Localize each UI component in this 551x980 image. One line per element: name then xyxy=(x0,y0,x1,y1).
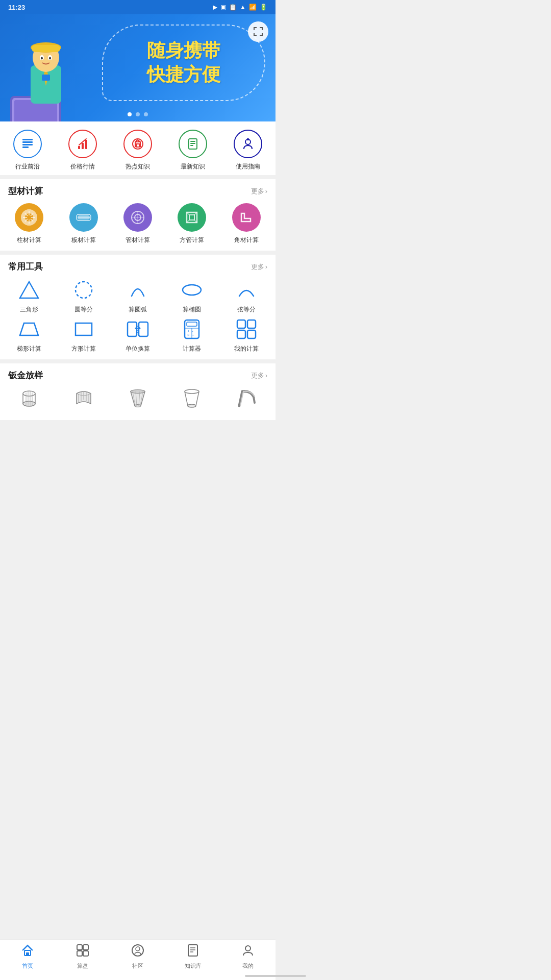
svg-rect-25 xyxy=(78,146,80,149)
dot-1 xyxy=(128,112,132,116)
column-icon xyxy=(15,203,43,232)
tool-triangle[interactable]: 三角形 xyxy=(4,279,54,314)
price-icon xyxy=(68,130,97,158)
sheet-metal-pipe3[interactable] xyxy=(113,387,163,410)
grid-item-angle[interactable]: 角材计算 xyxy=(221,203,271,244)
chord-label: 弦等分 xyxy=(237,305,256,314)
plate-icon xyxy=(69,203,98,232)
svg-text:÷: ÷ xyxy=(192,333,194,337)
signal-icon: 📶 xyxy=(249,4,257,11)
newknowledge-icon xyxy=(179,130,207,158)
menu-item-newknowledge[interactable]: 最新知识 xyxy=(165,130,220,171)
sheet-pipe2-icon xyxy=(72,387,95,410)
sheet-metal-grid xyxy=(0,385,276,420)
circle-dashed-icon xyxy=(72,279,95,301)
square-pipe-icon xyxy=(178,203,206,232)
svg-rect-32 xyxy=(190,143,195,144)
sheet-metal-title: 钣金放样 xyxy=(8,370,43,381)
arc-small-icon xyxy=(235,279,258,301)
menu-item-guide[interactable]: 使用指南 xyxy=(220,130,276,171)
tool-circle-div[interactable]: 圆等分 xyxy=(58,279,108,314)
svg-point-64 xyxy=(183,285,201,295)
common-tools-title: 常用工具 xyxy=(8,261,43,273)
svg-rect-67 xyxy=(128,322,137,336)
sheet-metal-pipe4[interactable] xyxy=(167,387,217,410)
svg-line-104 xyxy=(196,391,199,406)
tool-arc[interactable]: 算圆弧 xyxy=(113,279,163,314)
sheet-metal-pipe1[interactable] xyxy=(4,387,54,410)
rectangle-icon xyxy=(72,318,95,340)
square-pipe-label: 方管计算 xyxy=(180,236,204,244)
grid-item-pipe[interactable]: 管材计算 xyxy=(113,203,163,244)
tool-ellipse[interactable]: 算椭圆 xyxy=(167,279,217,314)
profile-calc-header: 型材计算 更多 › xyxy=(0,179,276,201)
guide-label: 使用指南 xyxy=(236,162,260,171)
banner-main-text: 随身携带快捷方便 xyxy=(147,39,220,87)
svg-rect-34 xyxy=(188,141,189,147)
svg-rect-26 xyxy=(82,143,84,149)
play-icon: ▶ xyxy=(213,4,217,11)
svg-rect-79 xyxy=(237,320,245,328)
banner: 随身携带快捷方便 xyxy=(0,14,276,121)
svg-rect-23 xyxy=(22,144,33,145)
exchange-icon xyxy=(127,318,149,340)
trapezoid-icon xyxy=(18,318,40,340)
arc-label: 算圆弧 xyxy=(129,305,147,314)
svg-point-96 xyxy=(135,405,141,407)
industry-icon xyxy=(13,130,42,158)
grid-item-column[interactable]: 柱材计算 xyxy=(4,203,54,244)
svg-text:×: × xyxy=(187,333,190,337)
banner-text-bubble: 随身携带快捷方便 xyxy=(102,24,265,101)
tool-chord[interactable]: 弦等分 xyxy=(221,279,271,314)
sheet-metal-section: 钣金放样 更多 › xyxy=(0,363,276,420)
tool-unit-convert[interactable]: 单位换算 xyxy=(113,318,163,353)
svg-point-11 xyxy=(41,57,43,60)
tool-rectangle[interactable]: 方形计算 xyxy=(58,318,108,353)
status-time: 11:23 xyxy=(8,4,25,11)
calculator-icon: + - × ÷ xyxy=(181,318,203,340)
svg-point-12 xyxy=(49,57,51,60)
trapezoid-label: 梯形计算 xyxy=(17,345,41,353)
hotknowledge-label: 热点知识 xyxy=(126,162,150,171)
tool-calculator[interactable]: + - × ÷ 计算器 xyxy=(167,318,217,353)
layers-icon: ▣ xyxy=(220,4,226,11)
dot-3 xyxy=(144,112,148,116)
profile-calc-more[interactable]: 更多 › xyxy=(251,187,267,196)
triangle-label: 三角形 xyxy=(20,305,38,314)
svg-point-86 xyxy=(23,401,35,406)
status-icons: ▶ ▣ 📋 ▲ 📶 🔋 xyxy=(213,4,267,11)
menu-item-price[interactable]: 价格行情 xyxy=(55,130,110,171)
pipe-label: 管材计算 xyxy=(126,236,150,244)
svg-point-102 xyxy=(185,389,199,394)
triangle-icon xyxy=(18,279,40,301)
svg-rect-68 xyxy=(139,322,148,336)
menu-item-hotknowledge[interactable]: 热点知识 xyxy=(110,130,165,171)
sheet-metal-more[interactable]: 更多 › xyxy=(251,371,267,380)
tool-my-calc[interactable]: 我的计算 xyxy=(221,318,271,353)
tool-trapezoid[interactable]: 梯形计算 xyxy=(4,318,54,353)
banner-character xyxy=(5,30,87,121)
menu-item-industry[interactable]: 行业前沿 xyxy=(0,130,55,171)
main-content: 行业前沿 价格行情 xyxy=(0,121,276,460)
sheet-pipe3-icon xyxy=(127,387,149,410)
svg-rect-27 xyxy=(85,140,87,149)
svg-rect-31 xyxy=(190,141,195,142)
sheet-metal-pipe2[interactable] xyxy=(58,387,108,410)
common-tools-more[interactable]: 更多 › xyxy=(251,262,267,272)
svg-marker-65 xyxy=(20,323,38,335)
grid-item-square-pipe[interactable]: 方管计算 xyxy=(167,203,217,244)
svg-rect-82 xyxy=(247,330,256,338)
angle-label: 角材计算 xyxy=(234,236,259,244)
common-tools-grid: 三角形 圆等分 算圆弧 xyxy=(0,277,276,359)
grid-item-plate[interactable]: 板材计算 xyxy=(58,203,108,244)
scan-button[interactable] xyxy=(248,21,268,42)
svg-rect-22 xyxy=(22,141,33,143)
sheet-metal-pipe5[interactable] xyxy=(221,387,271,410)
banner-dots xyxy=(128,112,148,116)
arc-icon xyxy=(127,279,149,301)
profile-calc-section: 型材计算 更多 › xyxy=(0,179,276,251)
hotknowledge-icon xyxy=(123,130,152,158)
newknowledge-label: 最新知识 xyxy=(181,162,205,171)
svg-rect-16 xyxy=(262,27,263,30)
sheet-metal-header: 钣金放样 更多 › xyxy=(0,363,276,385)
